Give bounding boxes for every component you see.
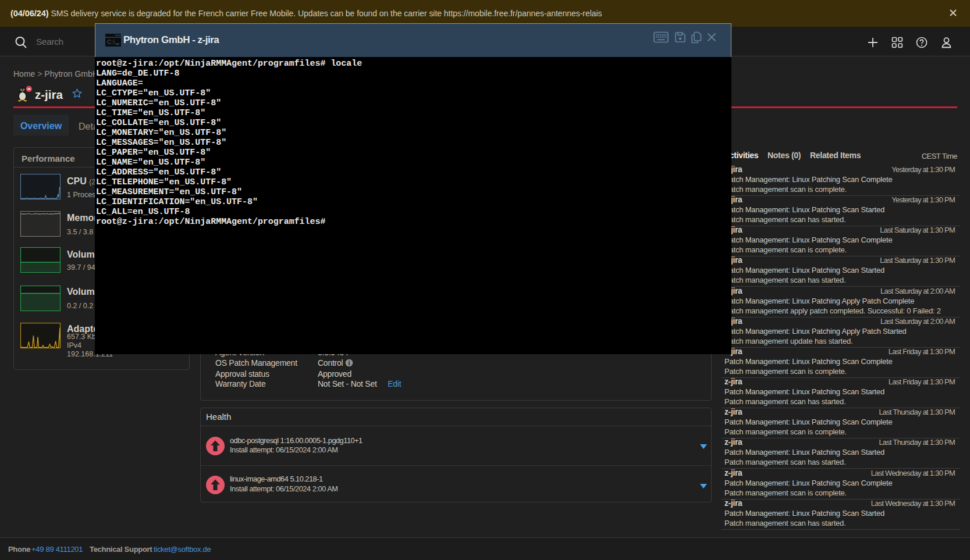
svg-text:C:\: C:\ [107, 39, 115, 45]
